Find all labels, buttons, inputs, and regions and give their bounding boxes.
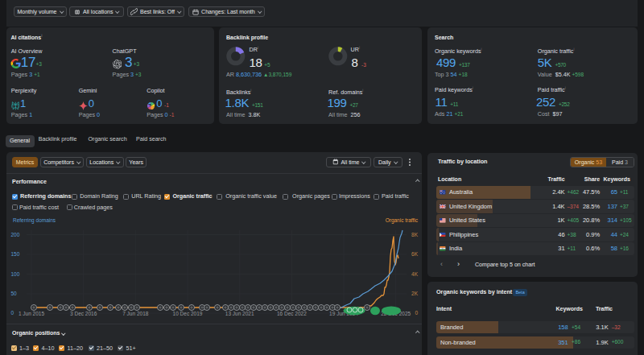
svg-text:0: 0 [11, 310, 14, 316]
svg-text:10 Dec 2019: 10 Dec 2019 [173, 311, 203, 316]
svg-text:16 Dec 2022: 16 Dec 2022 [277, 311, 307, 316]
svg-text:50: 50 [11, 291, 18, 296]
svg-text:4K: 4K [411, 271, 419, 277]
svg-text:8K: 8K [411, 232, 419, 237]
svg-text:150: 150 [11, 251, 20, 257]
svg-text:3 Dec 2016: 3 Dec 2016 [70, 311, 97, 316]
svg-text:0: 0 [415, 310, 418, 316]
svg-text:100: 100 [11, 271, 20, 277]
svg-text:6K: 6K [411, 251, 419, 257]
svg-text:2K: 2K [411, 291, 419, 296]
svg-text:13 Jun 2021: 13 Jun 2021 [225, 311, 254, 316]
svg-text:1 Jun 2015: 1 Jun 2015 [19, 311, 45, 316]
svg-text:200: 200 [11, 232, 20, 237]
svg-text:7 Jun 2018: 7 Jun 2018 [122, 311, 149, 316]
